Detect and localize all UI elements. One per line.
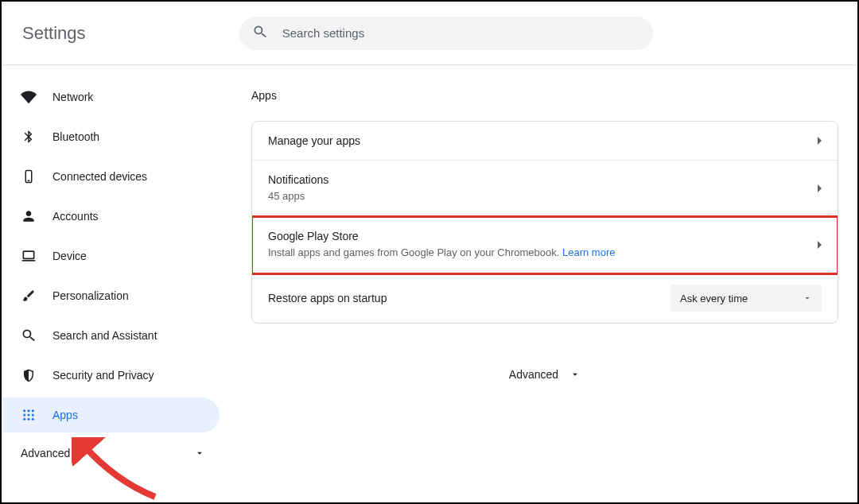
sidebar-item-accounts[interactable]: Accounts xyxy=(2,199,224,234)
sidebar-item-label: Accounts xyxy=(52,210,99,223)
sidebar-item-connected-devices[interactable]: Connected devices xyxy=(2,159,224,194)
main-content: Apps Manage your apps Notifications 45 a… xyxy=(224,65,857,502)
row-restore-apps: Restore apps on startup Ask every time xyxy=(252,273,838,323)
page-title: Settings xyxy=(22,23,86,44)
shield-icon xyxy=(21,367,37,383)
search-input[interactable] xyxy=(282,26,640,40)
svg-point-7 xyxy=(23,414,25,417)
dropdown-value: Ask every time xyxy=(680,293,748,304)
sidebar-item-apps[interactable]: Apps xyxy=(2,397,220,432)
svg-point-9 xyxy=(32,414,34,417)
sidebar-item-search-assistant[interactable]: Search and Assistant xyxy=(2,318,224,353)
row-google-play-store[interactable]: Google Play Store Install apps and games… xyxy=(252,217,838,273)
chevron-down-icon xyxy=(194,448,205,459)
chevron-right-icon xyxy=(818,137,822,145)
advanced-label: Advanced xyxy=(21,447,70,459)
row-subtitle: Install apps and games from Google Play … xyxy=(268,246,615,260)
sidebar-item-label: Search and Assistant xyxy=(52,329,157,342)
sidebar-advanced-toggle[interactable]: Advanced xyxy=(2,437,224,467)
search-icon xyxy=(21,328,37,343)
row-notifications[interactable]: Notifications 45 apps xyxy=(252,161,838,217)
person-icon xyxy=(21,208,37,224)
svg-rect-2 xyxy=(23,251,33,258)
laptop-icon xyxy=(21,248,37,264)
restore-apps-dropdown[interactable]: Ask every time xyxy=(670,285,822,312)
svg-point-6 xyxy=(32,409,34,412)
bluetooth-icon xyxy=(21,129,37,145)
sidebar-item-security-privacy[interactable]: Security and Privacy xyxy=(2,358,224,393)
brush-icon xyxy=(21,288,37,304)
phone-icon xyxy=(21,169,37,184)
search-box[interactable] xyxy=(239,17,653,50)
sidebar-item-label: Network xyxy=(52,91,93,103)
advanced-label: Advanced xyxy=(509,368,558,381)
sidebar-item-personalization[interactable]: Personalization xyxy=(2,278,224,313)
row-manage-apps[interactable]: Manage your apps xyxy=(252,122,838,161)
sidebar-item-network[interactable]: Network xyxy=(2,79,224,114)
svg-point-8 xyxy=(28,414,30,417)
svg-point-12 xyxy=(32,418,34,421)
wifi-icon xyxy=(21,89,37,105)
svg-point-11 xyxy=(28,418,30,421)
sidebar: Network Bluetooth Connected devices Acco… xyxy=(2,65,224,502)
sidebar-item-bluetooth[interactable]: Bluetooth xyxy=(2,119,224,154)
row-title: Restore apps on startup xyxy=(268,292,670,304)
chevron-down-icon xyxy=(803,293,812,303)
chevron-right-icon xyxy=(818,241,822,249)
row-title: Google Play Store xyxy=(268,230,615,242)
apps-card: Manage your apps Notifications 45 apps G… xyxy=(251,121,838,324)
sidebar-item-label: Personalization xyxy=(52,289,129,302)
header: Settings xyxy=(2,2,857,65)
chevron-right-icon xyxy=(818,184,822,192)
row-subtitle: 45 apps xyxy=(268,189,328,204)
sidebar-item-device[interactable]: Device xyxy=(2,238,224,273)
apps-icon xyxy=(21,407,37,423)
search-icon xyxy=(252,24,282,43)
sidebar-item-label: Connected devices xyxy=(52,170,147,183)
chevron-down-icon xyxy=(569,369,581,380)
sidebar-item-label: Apps xyxy=(52,409,78,421)
sidebar-item-label: Bluetooth xyxy=(52,130,99,143)
section-title: Apps xyxy=(251,89,838,102)
svg-point-10 xyxy=(23,418,25,421)
row-title: Notifications xyxy=(268,173,328,186)
sidebar-item-label: Device xyxy=(52,250,87,262)
search-wrap xyxy=(86,17,839,50)
main-advanced-toggle[interactable]: Advanced xyxy=(251,368,838,381)
row-title: Manage your apps xyxy=(268,134,360,147)
learn-more-link[interactable]: Learn more xyxy=(562,246,615,258)
svg-point-4 xyxy=(23,409,25,412)
svg-point-5 xyxy=(28,409,30,412)
sidebar-item-label: Security and Privacy xyxy=(52,369,154,382)
